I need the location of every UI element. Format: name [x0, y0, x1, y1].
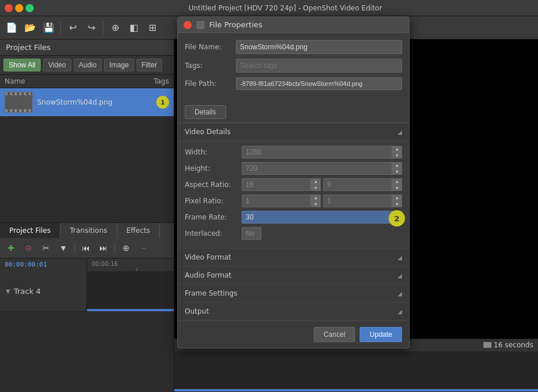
video-details-section: Width: ▲ ▼ Height: ▲ ▼ [178, 141, 409, 249]
width-input-wrap: ▲ ▼ [242, 146, 402, 159]
filename-input[interactable] [236, 40, 402, 54]
dialog-body: File Name: Tags: File Path: [178, 33, 409, 102]
badge-2: 2 [389, 210, 405, 226]
aspect-ratio-h-wrap: ▲ ▼ [323, 178, 402, 191]
pixel-ratio-h-wrap: ▲ ▼ [323, 195, 402, 207]
aspect-w-spinbox: ▲ ▼ [310, 178, 321, 191]
aspect-ratio-h-input[interactable] [323, 178, 402, 191]
aspect-ratio-pair: ▲ ▼ ▲ ▼ [242, 178, 402, 191]
aspect-h-spin-down[interactable]: ▼ [392, 185, 402, 191]
frame-rate-field: Frame Rate: ▲ ▼ 2 [185, 211, 402, 224]
filepath-input[interactable] [236, 77, 402, 90]
aspect-h-spin-up[interactable]: ▲ [392, 178, 402, 185]
dialog-title: File Properties [209, 20, 263, 29]
details-tab-button[interactable]: Details [185, 105, 226, 119]
filename-label: File Name: [185, 43, 231, 51]
aspect-h-spinbox: ▲ ▼ [392, 178, 402, 191]
video-format-label: Video Format [185, 253, 397, 261]
aspect-w-spin-up[interactable]: ▲ [311, 178, 321, 185]
aspect-ratio-label: Aspect Ratio: [185, 181, 237, 189]
video-format-section-header[interactable]: Video Format ◢ [178, 249, 409, 267]
pixel-ratio-pair: ▲ ▼ ▲ ▼ [242, 195, 402, 207]
dialog-overlay: File Properties File Name: Tags: File Pa… [0, 0, 538, 392]
output-arrow-icon: ◢ [397, 308, 402, 315]
dialog-close-button[interactable] [184, 21, 192, 29]
pixel-h-spin-up[interactable]: ▲ [392, 195, 402, 201]
output-section-header[interactable]: Output ◢ [178, 303, 409, 321]
height-input[interactable] [242, 162, 402, 175]
pixel-ratio-w-input[interactable] [242, 195, 321, 207]
aspect-ratio-w-input[interactable] [242, 178, 321, 191]
pixel-ratio-field: Pixel Ratio: ▲ ▼ ▲ ▼ [185, 195, 402, 207]
width-input[interactable] [242, 146, 402, 159]
frame-settings-label: Frame Settings [185, 289, 397, 297]
height-spin-up[interactable]: ▲ [392, 162, 402, 168]
pixel-w-spinbox: ▲ ▼ [310, 195, 321, 207]
details-tab-bar: Details [178, 102, 409, 123]
frame-settings-section-header[interactable]: Frame Settings ◢ [178, 285, 409, 303]
filepath-field: File Path: [185, 77, 402, 90]
dialog-icon [196, 21, 205, 29]
video-format-arrow-icon: ◢ [397, 254, 402, 261]
tags-label: Tags: [185, 62, 231, 70]
width-field: Width: ▲ ▼ [185, 146, 402, 159]
cancel-button[interactable]: Cancel [314, 327, 355, 342]
aspect-w-spin-down[interactable]: ▼ [311, 185, 321, 191]
interlaced-select[interactable]: No Yes [242, 227, 261, 240]
frame-rate-input-wrap: ▲ ▼ 2 [242, 211, 402, 224]
video-details-label: Video Details [185, 128, 397, 136]
audio-format-section-header[interactable]: Audio Format ◢ [178, 267, 409, 285]
frame-settings-arrow-icon: ◢ [397, 290, 402, 297]
width-spin-up[interactable]: ▲ [392, 146, 402, 152]
width-spinbox: ▲ ▼ [392, 146, 402, 159]
filepath-label: File Path: [185, 80, 231, 88]
height-input-wrap: ▲ ▼ [242, 162, 402, 175]
width-spin-down[interactable]: ▼ [392, 152, 402, 159]
pixel-w-spin-down[interactable]: ▼ [311, 201, 321, 207]
width-label: Width: [185, 148, 237, 156]
video-details-arrow-icon: ◢ [397, 129, 402, 135]
height-label: Height: [185, 164, 237, 172]
tags-input[interactable] [236, 59, 402, 73]
output-label: Output [185, 307, 397, 315]
frame-rate-label: Frame Rate: [185, 213, 237, 221]
pixel-w-spin-up[interactable]: ▲ [311, 195, 321, 201]
aspect-ratio-w-wrap: ▲ ▼ [242, 178, 321, 191]
update-button[interactable]: Update [360, 327, 402, 342]
height-field: Height: ▲ ▼ [185, 162, 402, 175]
height-spinbox: ▲ ▼ [392, 162, 402, 175]
dialog-title-bar: File Properties [178, 17, 409, 33]
height-spin-down[interactable]: ▼ [392, 168, 402, 175]
pixel-ratio-w-wrap: ▲ ▼ [242, 195, 321, 207]
file-properties-dialog: File Properties File Name: Tags: File Pa… [177, 16, 410, 348]
video-details-section-header[interactable]: Video Details ◢ [178, 123, 409, 141]
frame-rate-input[interactable] [242, 211, 402, 224]
pixel-h-spin-down[interactable]: ▼ [392, 201, 402, 207]
aspect-ratio-field: Aspect Ratio: ▲ ▼ ▲ ▼ [185, 178, 402, 191]
interlaced-field: Interlaced: No Yes [185, 227, 402, 240]
tags-field: Tags: [185, 59, 402, 73]
dialog-footer: Cancel Update [178, 321, 409, 348]
audio-format-arrow-icon: ◢ [397, 272, 402, 279]
pixel-ratio-h-input[interactable] [323, 195, 402, 207]
interlaced-label: Interlaced: [185, 229, 237, 238]
filename-field: File Name: [185, 40, 402, 54]
audio-format-label: Audio Format [185, 271, 397, 279]
pixel-ratio-label: Pixel Ratio: [185, 197, 237, 205]
pixel-h-spinbox: ▲ ▼ [392, 195, 402, 207]
interlaced-select-wrap: No Yes [242, 227, 402, 240]
